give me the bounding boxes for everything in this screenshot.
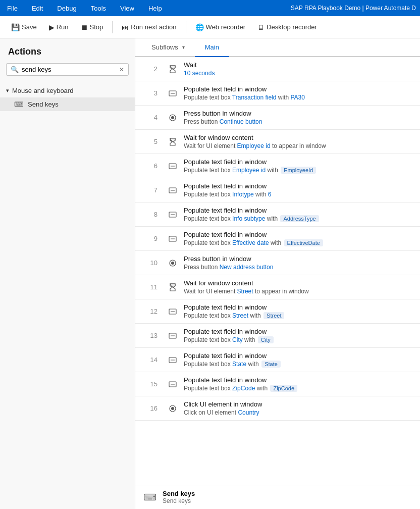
row-number: 13 (135, 332, 166, 339)
row-subtitle: Populate text box Infotype with 6 (184, 191, 416, 198)
row-title: Wait for window content (184, 134, 416, 141)
subtitle-highlight: Infotype (232, 191, 254, 198)
row-title: Populate text field in window (184, 303, 416, 311)
search-clear-icon[interactable]: ✕ (119, 66, 124, 73)
row-content: Populate text field in windowPopulate te… (180, 303, 420, 319)
row-title: Click UI element in window (184, 400, 416, 408)
row-content: Wait for window contentWait for UI eleme… (180, 279, 420, 295)
subtitle-highlight: City (232, 336, 243, 343)
row-title: Wait for window content (184, 279, 416, 287)
run-next-button[interactable]: ⏭ Run next action (117, 20, 181, 34)
row-subtitle: Populate text box ZipCode with ZipCode (184, 385, 416, 392)
tab-subflows[interactable]: Subflows ▾ (141, 38, 195, 57)
subtitle-highlight: State (232, 361, 246, 368)
run-button[interactable]: ▶ Run (44, 20, 74, 34)
content-area: Subflows ▾ Main 2 Wait 10 seconds3 Popul… (135, 38, 420, 509)
save-label: Save (22, 23, 37, 31)
textbox-svg (168, 234, 177, 243)
subtitle-highlight: Employee id (237, 142, 271, 149)
table-row[interactable]: 13 Populate text field in windowPopulate… (135, 324, 420, 348)
textbox-icon (166, 89, 180, 98)
row-number: 6 (135, 162, 166, 170)
app-title: SAP RPA Playbook Demo | Power Automate D (291, 5, 416, 12)
table-row[interactable]: 9 Populate text field in windowPopulate … (135, 227, 420, 251)
row-number: 5 (135, 138, 166, 145)
subtitle-tag: State (261, 361, 281, 368)
menu-file[interactable]: File (4, 3, 21, 14)
textbox-svg (168, 162, 177, 171)
table-row[interactable]: 5 Wait for window contentWait for UI ele… (135, 130, 420, 154)
separator-2 (186, 21, 186, 33)
menu-tools[interactable]: Tools (88, 3, 109, 14)
table-row[interactable]: 8 Populate text field in windowPopulate … (135, 202, 420, 227)
stop-button[interactable]: ⏹ Stop (76, 20, 109, 34)
textbox-icon (166, 234, 180, 243)
row-number: 14 (135, 356, 166, 364)
row-content: Wait for window contentWait for UI eleme… (180, 134, 420, 149)
row-subtitle: Wait for UI element Street to appear in … (184, 288, 416, 295)
row-number: 2 (135, 65, 166, 73)
row-title: Press button in window (184, 110, 416, 117)
row-content: Populate text field in windowPopulate te… (180, 85, 420, 101)
table-row[interactable]: 3 Populate text field in windowPopulate … (135, 81, 420, 106)
hourglass-icon (166, 137, 180, 146)
table-row[interactable]: 2 Wait 10 seconds (135, 57, 420, 81)
row-title: Populate text field in window (184, 182, 416, 190)
row-number: 11 (135, 283, 166, 291)
row-subtitle: Populate text box State with State (184, 361, 416, 368)
row-content: Populate text field in windowPopulate te… (180, 158, 420, 174)
row-content: Populate text field in windowPopulate te… (180, 328, 420, 343)
textbox-icon (166, 331, 180, 340)
subtitle-highlight: Country (238, 409, 259, 416)
search-box[interactable]: 🔍 ✕ (6, 63, 129, 76)
table-row[interactable]: 4 Press button in windowPress button Con… (135, 106, 420, 130)
row-subtitle: Press button Continue button (184, 118, 416, 125)
search-input[interactable] (22, 66, 119, 73)
save-button[interactable]: 💾 Save (6, 20, 42, 34)
menu-debug[interactable]: Debug (54, 3, 79, 14)
table-row[interactable]: 7 Populate text field in windowPopulate … (135, 178, 420, 202)
table-row[interactable]: 15 Populate text field in windowPopulate… (135, 372, 420, 396)
bottom-bar-subtitle: Send keys (163, 497, 195, 504)
row-subtitle: Populate text box Street with Street (184, 312, 416, 319)
run-next-icon: ⏭ (122, 23, 129, 31)
menu-help[interactable]: Help (145, 3, 165, 14)
web-recorder-label: Web recorder (206, 23, 246, 31)
desktop-recorder-button[interactable]: 🖥 Desktop recorder (252, 20, 322, 34)
row-subtitle: Populate text box Transaction field with… (184, 94, 416, 101)
button-svg (168, 113, 177, 122)
textbox-icon (166, 186, 180, 195)
textbox-icon (166, 380, 180, 389)
subtitle-highlight: Street (237, 288, 253, 295)
menu-edit[interactable]: Edit (29, 3, 46, 14)
row-content: Click UI element in windowClick on UI el… (180, 400, 420, 416)
table-row[interactable]: 14 Populate text field in windowPopulate… (135, 348, 420, 372)
tab-main[interactable]: Main (195, 38, 229, 57)
row-number: 12 (135, 308, 166, 315)
flow-list: 2 Wait 10 seconds3 Populate text field i… (135, 57, 420, 485)
send-keys-icon: ⌨ (14, 100, 24, 108)
row-subtitle: Wait for UI element Employee id to appea… (184, 142, 416, 149)
save-icon: 💾 (11, 23, 20, 31)
table-row[interactable]: 12 Populate text field in windowPopulate… (135, 299, 420, 324)
table-row[interactable]: 11 Wait for window contentWait for UI el… (135, 275, 420, 299)
tab-main-label: Main (205, 43, 219, 51)
subtitle-tag: AddressType (280, 215, 319, 222)
subtitle-highlight: PA30 (290, 94, 304, 101)
sidebar-section-header[interactable]: ▾ Mouse and keyboard (0, 84, 135, 97)
table-row[interactable]: 16 Click UI element in windowClick on UI… (135, 396, 420, 421)
menu-bar: File Edit Debug Tools View Help SAP RPA … (0, 0, 420, 16)
sidebar-item-send-keys[interactable]: ⌨ Send keys (0, 97, 135, 111)
sidebar-section-mouse-keyboard: ▾ Mouse and keyboard ⌨ Send keys (0, 82, 135, 113)
table-row[interactable]: 10 Press button in windowPress button Ne… (135, 251, 420, 275)
web-recorder-button[interactable]: 🌐 Web recorder (190, 20, 251, 34)
row-title: Populate text field in window (184, 158, 416, 166)
table-row[interactable]: 6 Populate text field in windowPopulate … (135, 154, 420, 178)
hourglass-icon (166, 283, 180, 292)
row-subtitle: Populate text box Info subtype with Addr… (184, 215, 416, 222)
row-subtitle: Populate text box Effective date with Ef… (184, 239, 416, 246)
search-icon: 🔍 (11, 66, 19, 73)
row-title: Populate text field in window (184, 85, 416, 93)
row-number: 8 (135, 211, 166, 218)
menu-view[interactable]: View (117, 3, 137, 14)
